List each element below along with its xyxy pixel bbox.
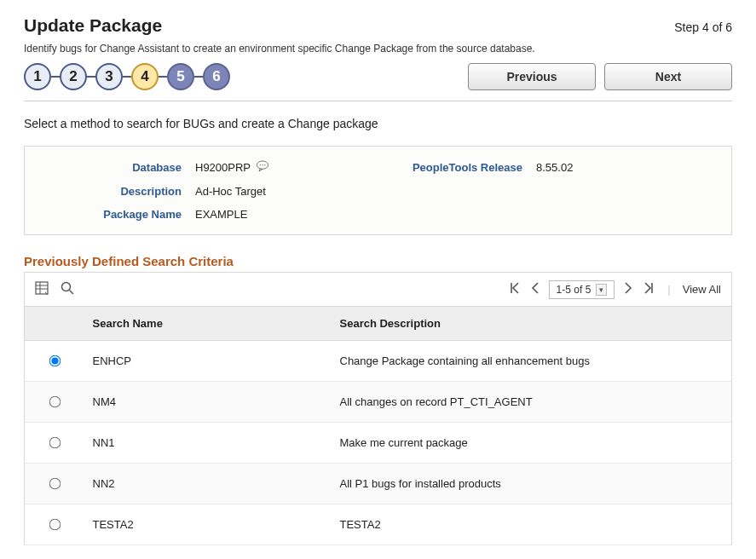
- table-row: TESTA2TESTA2: [25, 504, 732, 545]
- chevron-down-icon: ▾: [596, 284, 607, 296]
- view-all-link[interactable]: View All: [683, 283, 721, 296]
- table-row: NN1Make me current package: [25, 423, 732, 464]
- wizard-step-1[interactable]: 1: [24, 63, 51, 90]
- search-icon[interactable]: [61, 281, 74, 297]
- next-page-icon: [621, 281, 635, 297]
- criteria-table: Search Name Search Description ENHCPChan…: [24, 306, 732, 545]
- row-select-radio[interactable]: [49, 355, 61, 367]
- instruction-text: Select a method to search for BUGs and c…: [24, 117, 732, 130]
- prev-page-icon: [528, 281, 542, 297]
- col-search-name: Search Name: [84, 307, 332, 341]
- comment-icon[interactable]: [256, 160, 269, 175]
- step-connector: [159, 76, 167, 78]
- pkgname-value: EXAMPLE: [195, 208, 383, 221]
- search-name-cell: ENHCP: [84, 341, 332, 382]
- database-value: H9200PRP: [195, 161, 251, 174]
- search-desc-cell: Make me current package: [332, 423, 732, 464]
- step-connector: [51, 76, 60, 78]
- divider: [24, 101, 732, 101]
- search-name-cell: NM4: [84, 382, 332, 423]
- grid-toolbar: 1-5 of 5 ▾ | View All: [24, 272, 732, 306]
- page-range-dropdown[interactable]: 1-5 of 5 ▾: [549, 280, 615, 299]
- page-subtitle: Identify bugs for Change Assistant to cr…: [24, 43, 732, 55]
- package-info-box: Database H9200PRP PeopleTools Release 8.…: [24, 146, 732, 235]
- ptrelease-value: 8.55.02: [536, 161, 714, 174]
- svg-rect-4: [36, 282, 48, 294]
- search-desc-cell: All P1 bugs for installed products: [332, 464, 732, 504]
- search-desc-cell: All changes on record PT_CTI_AGENT: [332, 382, 732, 423]
- wizard-step-5[interactable]: 5: [167, 63, 194, 90]
- row-select-radio[interactable]: [49, 478, 61, 490]
- search-name-cell: NN2: [84, 464, 332, 504]
- first-page-icon: [508, 281, 522, 297]
- next-button[interactable]: Next: [604, 63, 732, 90]
- toolbar-separator: |: [667, 283, 670, 296]
- table-row: NN2All P1 bugs for installed products: [25, 464, 732, 504]
- database-label: Database: [42, 161, 195, 174]
- search-name-cell: NN1: [84, 423, 332, 464]
- table-row: ENHCPChange Package containing all enhan…: [25, 341, 732, 382]
- col-select: [25, 307, 84, 341]
- step-connector: [194, 76, 203, 78]
- grid-settings-icon[interactable]: [35, 281, 49, 297]
- ptrelease-label: PeopleTools Release: [383, 161, 536, 174]
- step-connector: [87, 76, 95, 78]
- wizard-step-6[interactable]: 6: [203, 63, 230, 90]
- search-name-cell: TESTA2: [84, 504, 332, 545]
- svg-point-3: [264, 164, 265, 165]
- row-select-radio[interactable]: [49, 519, 61, 531]
- svg-point-8: [62, 283, 71, 291]
- svg-point-1: [260, 164, 261, 165]
- step-indicator: Step 4 of 6: [674, 20, 732, 34]
- description-label: Description: [42, 185, 195, 198]
- svg-point-2: [262, 164, 263, 165]
- criteria-heading: Previously Defined Search Criteria: [24, 254, 732, 268]
- svg-line-9: [70, 291, 74, 295]
- page-range-text: 1-5 of 5: [557, 284, 592, 296]
- search-desc-cell: Change Package containing all enhancemen…: [332, 341, 732, 382]
- search-desc-cell: TESTA2: [332, 504, 732, 545]
- wizard-steps: 123456: [24, 63, 230, 90]
- wizard-step-2[interactable]: 2: [60, 63, 87, 90]
- row-select-radio[interactable]: [49, 396, 61, 408]
- step-connector: [123, 76, 131, 78]
- row-select-radio[interactable]: [49, 437, 61, 449]
- wizard-step-3[interactable]: 3: [95, 63, 123, 90]
- description-value: Ad-Hoc Target: [195, 185, 383, 198]
- wizard-step-4[interactable]: 4: [131, 63, 159, 90]
- col-search-desc: Search Description: [332, 307, 732, 341]
- table-row: NM4All changes on record PT_CTI_AGENT: [25, 382, 732, 423]
- last-page-icon: [642, 281, 655, 297]
- page-title: Update Package: [24, 15, 162, 36]
- pkgname-label: Package Name: [42, 208, 195, 221]
- previous-button[interactable]: Previous: [468, 63, 596, 90]
